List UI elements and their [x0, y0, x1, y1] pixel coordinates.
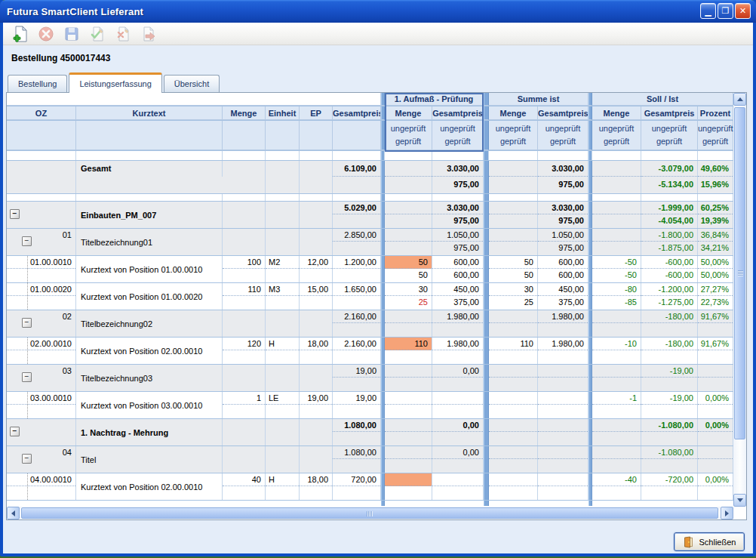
column-header-soll-gesamtpreis[interactable]: Gesamtpreis [641, 106, 698, 120]
column-header-kurztext[interactable]: Kurztext [76, 106, 223, 120]
cell-prozent [698, 446, 733, 473]
cell-line [538, 486, 588, 499]
cell-line [300, 486, 332, 499]
collapse-toggle[interactable]: − [22, 318, 32, 328]
vertical-scroll-thumb[interactable] [734, 107, 745, 439]
grid-row-01-00-0020[interactable]: 01.00.0020Kurztext von Position 01.00.00… [7, 283, 733, 310]
cell-oz: 02.00.0010 [7, 338, 76, 364]
column-header-summe-gesamtpreis[interactable]: Gesamtpreis [538, 106, 589, 120]
cell-line [489, 161, 537, 177]
column-header-ep[interactable]: EP [300, 106, 333, 120]
cell-line: 0,00 [432, 446, 483, 459]
close-dialog-button[interactable]: Schließen [674, 532, 745, 551]
cell-line: -600,00 [641, 269, 697, 282]
column-header-menge[interactable]: Menge [223, 106, 266, 120]
new-record-button[interactable] [11, 24, 29, 43]
cell-line [592, 177, 641, 193]
cell-line: 0,00% [698, 473, 733, 486]
cell-line: H [266, 473, 299, 486]
maximize-button[interactable]: ❒ [718, 3, 733, 19]
group-header-summe-ist[interactable]: Summe ist [489, 93, 589, 106]
grid-row-02-00-0010[interactable]: 02.00.0010Kurztext von Position 02.00.00… [7, 338, 733, 365]
tab-bar: Bestellung Leistungserfassung Übersicht [8, 72, 221, 92]
collapse-toggle[interactable]: − [10, 209, 20, 219]
column-header-gesamtpreis[interactable]: Gesamtpreis [333, 106, 381, 120]
tab-uebersicht[interactable]: Übersicht [164, 75, 220, 92]
cell-summe-gesamtpreis: 3.030,00975,00 [538, 161, 589, 193]
cell-soll-gesamtpreis: -1.800,00-1.875,00 [641, 229, 698, 255]
column-band [484, 283, 489, 310]
cell-line [538, 365, 588, 378]
column-header-aufmass-gesamtpreis[interactable]: Gesamtpreis [432, 106, 484, 120]
cell-oz: − [7, 419, 76, 445]
cell-line [432, 323, 483, 336]
cell-line [385, 214, 432, 227]
cell-line: 01 [7, 229, 75, 242]
horizontal-scrollbar[interactable] [7, 507, 733, 519]
scroll-down-button[interactable] [733, 494, 746, 507]
tab-leistungserfassung[interactable]: Leistungserfassung [69, 72, 161, 93]
grid-row-gesamt[interactable]: Gesamt6.109,003.030,00975,003.030,00975,… [7, 161, 733, 194]
grid-row-1-nachtrag-mehrung[interactable]: −1. Nachtrag - Mehrung1.080,000,00-1.080… [7, 419, 733, 446]
column-header-summe-menge[interactable]: Menge [489, 106, 538, 120]
cell-gesamtpreis: 19,00 [333, 365, 381, 391]
collapse-toggle[interactable]: − [22, 454, 32, 464]
grid-row-03-00-0010[interactable]: 03.00.0010Kurztext von Position 03.00.00… [7, 392, 733, 419]
group-header-aufmass[interactable]: 1. Aufmaß - Prüfung [385, 93, 484, 106]
scroll-right-button[interactable] [721, 507, 733, 519]
column-header-soll-menge[interactable]: Menge [592, 106, 641, 120]
horizontal-scroll-thumb[interactable] [21, 507, 718, 519]
cell-line: 50,00% [698, 269, 733, 282]
grid-row-04-00-0010[interactable]: 04.00.0010Kurztext von Position 02.00.00… [7, 473, 733, 501]
cell-line: 3.030,00 [538, 161, 588, 177]
grid-row-einbauten-pm-007[interactable]: −Einbauten_PM_0075.029,003.030,00975,003… [7, 202, 733, 229]
cell-line: 1.980,00 [432, 338, 483, 350]
column-header-oz[interactable]: OZ [7, 106, 76, 120]
cell-line [385, 432, 432, 445]
cell-line: 1.980,00 [538, 338, 588, 350]
cell-line: 02.00.0010 [7, 338, 75, 350]
cell-line [300, 365, 332, 378]
column-header-einheit[interactable]: Einheit [266, 106, 300, 120]
cell-line [489, 405, 537, 418]
cell-line: 0,00 [432, 419, 483, 432]
toolbar [3, 23, 753, 45]
cell-aufmass-menge [385, 473, 432, 500]
header-filler [333, 121, 381, 150]
tab-bestellung[interactable]: Bestellung [8, 75, 67, 92]
grid-row-01[interactable]: −01Titelbezeichnung012.850,001.050,00975… [7, 229, 733, 256]
title-bar[interactable]: Futura SmartClient Lieferant ▁ ❒ ✕ [0, 0, 756, 23]
reject-record-button [113, 24, 132, 43]
cell-prozent: 0,00% [698, 419, 733, 445]
cell-line [641, 432, 697, 445]
cell-line [489, 323, 537, 336]
collapse-toggle[interactable]: − [10, 427, 20, 436]
vertical-scrollbar[interactable] [733, 93, 746, 507]
cell-line: 1.050,00 [538, 229, 588, 242]
grid-row-03[interactable]: −03Titelbezeichnung0319,000,00-19,00 [7, 365, 733, 392]
cell-line [538, 473, 588, 486]
grid-row-04[interactable]: −04Titel1.080,000,00-1.080,00 [7, 446, 733, 473]
cell-line [7, 459, 75, 472]
cell-line [489, 432, 537, 445]
door-icon [683, 536, 694, 548]
scroll-up-button[interactable] [733, 93, 746, 106]
scroll-left-button[interactable] [7, 507, 20, 519]
minimize-button[interactable]: ▁ [700, 3, 716, 19]
spacer-cell [7, 194, 76, 201]
column-header-prozent[interactable]: Prozent [698, 106, 733, 120]
cell-soll-gesamtpreis: -19,00 [641, 392, 698, 418]
cell-summe-menge [489, 229, 538, 255]
grid-row-02[interactable]: −02Titelbezeichnung022.160,001.980,001.9… [7, 310, 733, 338]
cell-summe-menge [489, 202, 538, 228]
cell-line: 975,00 [432, 177, 483, 193]
group-header-soll-ist[interactable]: Soll / Ist [592, 93, 733, 106]
cell-line: 1.200,00 [333, 256, 380, 269]
column-header-aufmass-menge[interactable]: Menge [385, 106, 432, 120]
minimize-icon: ▁ [705, 8, 711, 16]
collapse-toggle[interactable]: − [22, 236, 32, 246]
cell-line [538, 350, 588, 363]
close-window-button[interactable]: ✕ [735, 3, 751, 19]
collapse-toggle[interactable]: − [22, 372, 32, 382]
grid-row-01-00-0010[interactable]: 01.00.0010Kurztext von Position 01.00.00… [7, 256, 733, 283]
